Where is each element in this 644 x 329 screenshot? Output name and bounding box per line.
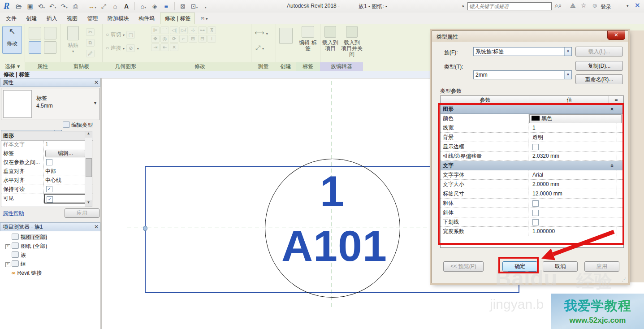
split-gap-icon[interactable]: ⊶ (198, 26, 207, 34)
default-3d-view-icon[interactable]: ⌂▾ (139, 2, 148, 11)
copy-modify-icon[interactable]: ◎ (160, 35, 169, 43)
tree-item-families[interactable]: 族 (12, 251, 26, 259)
dialog-title-bar[interactable]: 类型属性 ✕ (432, 31, 628, 42)
text-icon[interactable]: A (122, 2, 131, 11)
close-icon[interactable]: ✕ (94, 223, 99, 231)
connectors-icon[interactable] (44, 41, 56, 54)
project-browser-header[interactable]: 项目浏览器 - 族1 ✕ (0, 222, 100, 231)
tree-item-sheets[interactable]: +图纸 (全部) (5, 242, 47, 250)
expand-icon[interactable]: + (5, 244, 10, 249)
tree-item-views[interactable]: 视图 (全部) (12, 233, 47, 241)
type-selector[interactable]: 标签 4.5mm ▼ (1, 88, 99, 120)
save-icon[interactable]: ▣ (26, 2, 35, 11)
trim-extend-icon[interactable]: ⇥ (151, 43, 160, 51)
tree-item-revit-links[interactable]: ∞Revit 链接 (12, 269, 42, 277)
scrollbar[interactable]: ▲ ▼ (85, 131, 92, 207)
properties-palette-header[interactable]: 属性 ✕ (0, 78, 100, 87)
mirror-axis-icon[interactable]: ◁| (170, 26, 178, 34)
tab-create[interactable]: 创建 (22, 13, 41, 24)
load-into-project-close-button[interactable]: 载入到 项目并关闭 (341, 26, 363, 58)
scroll-thumb[interactable] (86, 158, 92, 177)
close-hidden-windows-icon[interactable]: ⊠ (178, 2, 187, 11)
cut-icon[interactable]: ✂ (86, 28, 95, 36)
dialog-close-button[interactable]: ✕ (607, 30, 625, 40)
duplicate-button[interactable]: 复制(D)... (575, 61, 623, 71)
panel-label-clipboard[interactable]: 剪贴板 (61, 62, 102, 71)
rename-button[interactable]: 重命名(R)... (575, 74, 623, 84)
revit-logo-icon[interactable]: R (4, 1, 9, 11)
panel-label-measure[interactable]: 测量 (251, 62, 276, 71)
family-category-icon[interactable] (44, 27, 56, 39)
ribbon-state-toggle-icon[interactable]: ⊡ ▾ (197, 13, 212, 24)
split-icon[interactable]: ⊹ (189, 26, 197, 34)
scale-icon[interactable]: ⊟ (198, 35, 207, 43)
tab-file[interactable]: 文件 (2, 13, 21, 24)
close-icon[interactable]: ✕ (94, 78, 99, 87)
panel-label-family-editor[interactable]: 族编辑器 (320, 62, 363, 71)
panel-label-create[interactable]: 创建 (276, 62, 296, 71)
edit-type-button[interactable]: 编辑类型 (63, 121, 100, 130)
panel-label-properties[interactable]: 属性 (25, 62, 61, 71)
align-icon[interactable]: ⊫ (151, 26, 160, 34)
modify-button[interactable]: ↖ 修改 (2, 26, 22, 54)
measure-along-icon[interactable]: ⤢ ▾ (255, 44, 264, 52)
user-icon[interactable]: ☺ (592, 2, 598, 9)
subscription-icon[interactable]: ⟁ (570, 2, 576, 9)
chevron-down-icon[interactable]: ▼ (93, 101, 97, 105)
move-icon[interactable]: ✥ (151, 35, 160, 43)
tab-addins[interactable]: 附加模块 (104, 13, 133, 24)
titlebar-caret-icon[interactable]: ▾ (627, 4, 629, 8)
scroll-up-icon[interactable]: ▲ (85, 131, 92, 138)
tab-dock[interactable]: 构件坞 (134, 13, 159, 24)
sign-in-link[interactable]: 登录 (601, 3, 611, 11)
panel-label-modify[interactable]: 修改 (149, 62, 251, 71)
open-icon[interactable]: 🗁 (14, 2, 23, 11)
thin-lines-icon[interactable]: ≡ (162, 2, 171, 11)
detail-number-text[interactable]: 1 (287, 166, 377, 216)
switch-windows-icon[interactable]: ⊡▾ (190, 2, 199, 11)
tab-manage[interactable]: 管理 (83, 13, 102, 24)
properties-palette-icon[interactable] (29, 41, 41, 54)
rotate-icon[interactable]: ⟳ (170, 35, 178, 43)
tree-item-groups[interactable]: +组 (5, 260, 26, 268)
offset-icon[interactable]: ⌒ (160, 26, 169, 34)
create-group-icon[interactable] (279, 28, 293, 44)
search-icon[interactable]: ⌕⌕ (555, 2, 562, 9)
trim-icon[interactable]: ⌐ (179, 35, 188, 43)
paste-button[interactable]: 粘贴▾ (65, 26, 81, 58)
exchange-apps-icon[interactable]: ✕ (635, 1, 640, 9)
resize-grip[interactable]: ⋰ (622, 277, 627, 282)
scroll-down-icon[interactable]: ▼ (85, 200, 92, 207)
load-button[interactable]: 载入(L)... (575, 47, 623, 56)
pin-icon[interactable]: ⊤ (207, 35, 216, 43)
sync-icon[interactable]: ⟲▾ (37, 2, 46, 11)
selected-value-cell[interactable]: ✓ (44, 194, 86, 203)
match-properties-icon[interactable]: 🖉 (86, 50, 95, 57)
cut-geometry-item[interactable]: ○ 剪切 ▾ ▢ (106, 30, 135, 39)
measure-between-icon[interactable]: ⟷ ▾ (255, 29, 268, 37)
section-icon[interactable]: ◈ (150, 2, 159, 11)
apply-button[interactable]: 应用 (65, 208, 99, 218)
customize-qat-icon[interactable]: ▾ (201, 2, 210, 11)
family-types-icon[interactable] (29, 27, 41, 39)
type-combo[interactable]: 2mm▼ (473, 70, 572, 79)
properties-help-link[interactable]: 属性帮助 (3, 210, 24, 217)
cope-icon[interactable]: ▢ (126, 31, 135, 39)
family-combo[interactable]: 系统族:标签▼ (473, 47, 572, 56)
load-into-project-button[interactable]: 载入到 项目 (321, 26, 340, 58)
tab-view[interactable]: 视图 (63, 13, 82, 24)
join-geometry-item[interactable]: ○ 连接 ▾ ⊘ ▾ (106, 44, 139, 52)
unpin-icon[interactable]: ⊼ (207, 26, 216, 34)
checkbox-between-params[interactable] (46, 159, 52, 165)
tab-modify-tag[interactable]: 修改 | 标签 (160, 13, 195, 24)
panel-label-tag[interactable]: 标签 (296, 62, 320, 71)
panel-label-geometry[interactable]: 几何图形 (102, 62, 149, 71)
redo-icon[interactable]: ↷▾ (60, 2, 69, 11)
expand-icon[interactable]: + (5, 262, 10, 267)
label-drag-handle[interactable] (143, 226, 147, 231)
infocenter-expand-icon[interactable]: ▸ (462, 4, 465, 8)
delete-icon[interactable]: ✕ (170, 43, 178, 51)
search-input[interactable] (467, 2, 552, 10)
edit-tag-button[interactable]: 编辑 标签 (298, 26, 317, 58)
tag-icon[interactable]: ⌂ (111, 2, 120, 11)
